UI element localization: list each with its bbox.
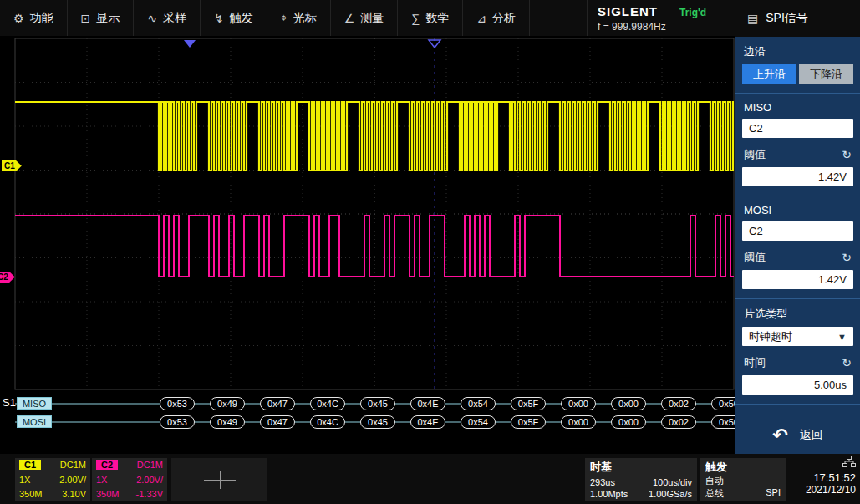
decode-value: 0x45 [360,415,395,429]
decode-value: 0x54 [461,397,496,410]
decode-row-label-MOSI: MOSI [17,415,52,428]
cs-type-select[interactable]: 时钟超时 ▼ [742,327,853,346]
decode-value: 0x47 [260,415,295,429]
clock-time: 17:51:52 [806,471,856,484]
main-menu: ⚙功能⊡显示∿采样↯触发⌖光标∠测量∑数学⊿分析 [0,0,530,36]
decode-value: 0x00 [561,397,596,410]
network-icon [842,456,856,467]
menu-item-label: 测量 [360,11,384,26]
menu-item-测量[interactable]: ∠测量 [331,0,399,36]
bus-icon: ▤ [747,12,758,25]
menu-item-label: 数学 [425,11,449,26]
decode-value: 0x47 [260,397,295,410]
measure-icon: ∠ [344,12,355,25]
channel-offset: -1.33V [136,489,163,499]
timeout-label: 时间 [744,355,766,370]
channel-C1-panel[interactable]: C1DC1M1X2.00V/350M3.10V [15,458,90,501]
menu-item-数学[interactable]: ∑数学 [398,0,463,36]
channel-name-badge: C1 [19,460,41,470]
channel-probe: 1X [19,475,30,485]
reset-icon[interactable]: ↻ [842,148,852,161]
decode-value: 0x53 [160,397,195,410]
menu-item-label: 功能 [30,11,53,26]
channel-coupling: DC1M [60,460,86,470]
decode-value: 0x49 [210,415,245,429]
decode-value: 0x5F [511,397,546,410]
timebase-samplerate: 1.00GSa/s [649,489,692,499]
trigger-source: 总线 [705,487,724,500]
menu-item-采样[interactable]: ∿采样 [134,0,201,36]
back-button[interactable]: ↶ 返回 [735,418,860,453]
channel-C2-panel[interactable]: C2DC1M1X2.00V/350M-1.33V [92,458,167,501]
channel-scale: 2.00V/ [136,475,163,485]
menu-item-显示[interactable]: ⊡显示 [68,0,135,36]
decode-value: 0x50 [711,397,735,410]
waveform-display: S1 MISOMOSI0x530x490x470x4C0x450x4E0x540… [0,37,735,454]
crosshair-icon [204,471,236,489]
timebase-memory: 1.00Mpts [590,489,628,499]
trigger-title: 触发 [705,460,781,475]
menu-item-label: 采样 [163,11,186,26]
trigger-mode: 自动 [705,475,724,487]
timebase-delay: 293us [590,477,615,487]
sidebar-title: SPI信号 [766,11,808,26]
mosi-source-field[interactable]: C2 [742,221,853,241]
timeout-field[interactable]: 5.00us [742,375,853,395]
edge-option-上升沿[interactable]: 上升沿 [742,64,796,84]
decode-value: 0x4E [410,415,445,429]
channel-offset-row: 350M-1.33V [96,489,163,499]
chevron-down-icon: ▼ [837,332,847,342]
miso-label: MISO [735,94,860,117]
channel-bandwidth: 350M [96,489,120,499]
timebase-panel[interactable]: 时基 293us 100us/div 1.00Mpts 1.00GSa/s [585,458,697,501]
mosi-threshold-field[interactable]: 1.42V [742,270,853,289]
divider [735,404,860,405]
reset-icon[interactable]: ↻ [842,356,852,369]
channel-name-badge: C2 [96,460,118,470]
menu-item-功能[interactable]: ⚙功能 [0,0,68,36]
decode-value: 0x5F [511,415,546,429]
menu-item-光标[interactable]: ⌖光标 [267,0,331,36]
trigger-panel[interactable]: 触发 自动 总线 SPI [700,458,786,501]
edge-option-下降沿[interactable]: 下降沿 [799,64,853,84]
back-button-label: 返回 [800,428,823,443]
menu-item-label: 分析 [492,11,516,26]
reset-icon[interactable]: ↻ [842,251,852,264]
sidebar-header: ▤ SPI信号 [735,0,860,37]
decode-value: 0x53 [160,415,195,429]
sampling-icon: ∿ [147,12,157,25]
gear-icon: ⚙ [13,12,24,25]
channel-header: C1DC1M [19,460,86,470]
brand-logo: SIGLENT [598,4,658,18]
trigger-frequency-readout: f = 999.9984Hz [598,21,724,33]
decode-value: 0x4E [410,397,445,410]
status-bar: C1DC1M1X2.00V/350M3.10VC2DC1M1X2.00V/350… [0,454,860,504]
decode-value: 0x02 [661,397,696,410]
decode-value: 0x4C [310,415,345,429]
decode-row-label-MISO: MISO [17,397,52,410]
channel-scale-row: 1X2.00V/ [96,475,163,485]
channel-coupling: DC1M [137,460,163,470]
channel-bandwidth: 350M [19,489,43,499]
cs-type-value: 时钟超时 [749,329,792,344]
decode-value: 0x50 [711,415,735,429]
mosi-label: MOSI [735,196,860,220]
cs-type-label: 片选类型 [735,299,860,325]
decode-value: 0x45 [360,397,395,410]
brand-status-block: SIGLENT Trig'd f = 999.9984Hz [587,0,735,36]
miso-source-field[interactable]: C2 [742,119,853,138]
decode-value: 0x02 [661,415,696,429]
menu-item-分析[interactable]: ⊿分析 [463,0,530,36]
timebase-scale: 100us/div [653,477,692,487]
miso-threshold-field[interactable]: 1.42V [742,167,853,186]
back-arrow-icon: ↶ [772,426,787,445]
menu-item-触发[interactable]: ↯触发 [201,0,267,36]
channel-header: C2DC1M [96,460,163,470]
math-icon: ∑ [411,12,420,25]
cursor-icon: ⌖ [281,11,288,25]
bus-s1-label: S1 [3,396,16,409]
decode-value: 0x4C [310,397,345,410]
channel-offset-row: 350M3.10V [19,489,86,499]
waveform-canvas [0,37,735,454]
decode-value: 0x00 [561,415,596,429]
